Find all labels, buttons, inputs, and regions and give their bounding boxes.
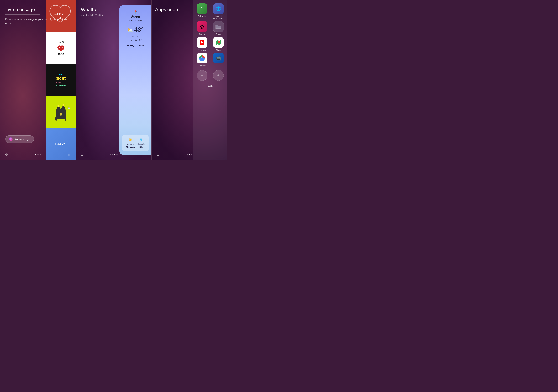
- weather-card[interactable]: 📍̸ Varna Mar 14 17:06 ⛅ 48° 48° / 37° Fe…: [119, 5, 151, 155]
- gallery-icon: ✿: [197, 21, 207, 32]
- svg-point-18: [201, 57, 203, 59]
- card5-text: BraVo!: [55, 142, 67, 146]
- weather-updated-text: Updated 3/14 11:56: [81, 14, 101, 16]
- uv-index-item: ☀️ UV index Moderate: [126, 138, 135, 149]
- weather-date: Mar 14 17:06: [129, 19, 142, 22]
- folder-icon: [213, 21, 224, 32]
- add-button-2[interactable]: +: [213, 70, 224, 81]
- dot-a-active: [189, 154, 190, 155]
- chrome-label: Chrome: [199, 65, 206, 67]
- uv-value: Moderate: [126, 146, 135, 149]
- weather-range: 48° / 37°: [131, 35, 140, 38]
- maps-label: Maps: [216, 49, 221, 51]
- app-item-duo[interactable]: 📹 Duo: [211, 53, 226, 67]
- weather-feels-like: Feels like 43°: [129, 39, 142, 41]
- message-card-2[interactable]: I am So Sorry: [46, 32, 76, 64]
- app-row-2: ✿ Gallery Folder: [195, 21, 226, 35]
- grid-icon-2[interactable]: ⊞: [144, 153, 147, 157]
- settings-icon-3[interactable]: ⚙: [157, 153, 160, 157]
- weather-condition: Partly Cloudy: [127, 44, 144, 47]
- dot-a2: [191, 154, 192, 155]
- message-card-3[interactable]: Good NIGHT Sweet &Dreams!: [46, 64, 76, 96]
- weather-title: Weather: [81, 7, 99, 12]
- svg-marker-5: [56, 105, 66, 111]
- settings-icon-2[interactable]: ⚙: [80, 153, 84, 157]
- dots-indicator-1: [35, 154, 41, 155]
- live-btn-label: Live message: [14, 138, 30, 141]
- dot-w2: [112, 154, 113, 155]
- location-off-icon: 📍̸: [134, 10, 137, 14]
- humidity-label: Humidity: [137, 143, 145, 145]
- grid-icon-1[interactable]: ⊞: [68, 153, 71, 157]
- apps-sidebar: +−×÷ Calculator 🌐 InternetSamsung N... ✿…: [193, 0, 227, 160]
- humidity-icon: 💧: [139, 138, 143, 142]
- live-message-panel: rz21es riubesc iubesc amo LOVe you I am …: [0, 0, 76, 160]
- card2-text: I am So Sorry: [57, 40, 65, 55]
- youtube-label: YouTube: [199, 49, 206, 51]
- live-message-description: Draw a new live message or pick one of y…: [5, 17, 70, 25]
- app-row-4: Chrome 📹 Duo: [195, 53, 226, 67]
- dot-w3: [116, 154, 118, 155]
- app-item-maps[interactable]: Maps: [211, 37, 226, 51]
- app-item-calculator[interactable]: +−×÷ Calculator: [195, 3, 209, 20]
- weather-extra-info: ☀️ UV index Moderate 💧 Humidity 49%: [122, 135, 149, 151]
- message-card-4[interactable]: ☕ ~: [46, 96, 76, 128]
- internet-label: InternetSamsung N...: [213, 15, 224, 20]
- app-item-youtube[interactable]: YouTube: [195, 37, 209, 51]
- humidity-item: 💧 Humidity 49%: [137, 138, 145, 149]
- app-item-chrome[interactable]: Chrome: [195, 53, 209, 67]
- uv-icon: ☀️: [128, 138, 133, 142]
- svg-point-10: [60, 113, 62, 116]
- live-btn-icon: ♡: [9, 137, 13, 141]
- chrome-icon: [197, 53, 207, 63]
- app-item-internet[interactable]: 🌐 InternetSamsung N...: [211, 3, 226, 20]
- uv-label: UV index: [127, 143, 134, 145]
- app-item-gallery[interactable]: ✿ Gallery: [195, 21, 209, 35]
- internet-icon: 🌐: [213, 3, 224, 14]
- bottom-bar-1: ⚙ ⊞: [0, 150, 76, 160]
- app-row-3: YouTube Maps: [195, 37, 226, 51]
- weather-city: Varna: [131, 15, 140, 19]
- live-message-content: Live message Draw a new live message or …: [0, 0, 76, 25]
- live-message-button[interactable]: ♡ Live message: [5, 135, 34, 143]
- calculator-icon: +−×÷: [197, 3, 207, 14]
- add-button-1[interactable]: +: [197, 70, 207, 81]
- svg-rect-9: [65, 117, 66, 121]
- bottom-bar-3: ⚙ ⊞: [152, 150, 227, 160]
- maps-icon: [213, 37, 224, 48]
- svg-point-7: [63, 104, 64, 106]
- svg-point-14: [218, 42, 219, 42]
- dot-w-active: [114, 154, 115, 155]
- bottom-bar-2: ⚙ ⊞: [76, 150, 151, 160]
- dot-2: [40, 154, 41, 155]
- add-buttons-row: + +: [195, 70, 226, 81]
- edit-button[interactable]: Edit: [195, 83, 226, 89]
- duo-icon: 📹: [213, 53, 224, 63]
- dots-indicator-3: [187, 154, 192, 155]
- svg-point-3: [62, 47, 63, 48]
- live-message-title: Live message: [5, 7, 70, 12]
- app-item-folder[interactable]: Folder: [211, 21, 226, 35]
- duo-label: Duo: [217, 65, 220, 67]
- svg-point-6: [58, 105, 59, 107]
- weather-panel: Weather › Updated 3/14 11:56 ↺ 📍̸ Varna …: [76, 0, 151, 160]
- sun-cloud-icon: ⛅: [127, 27, 133, 33]
- folder-label: Folder: [216, 33, 221, 35]
- calculator-label: Calculator: [198, 15, 206, 17]
- weather-temperature: 48°: [134, 26, 144, 33]
- grid-icon-3[interactable]: ⊞: [220, 153, 223, 157]
- weather-chevron[interactable]: ›: [100, 7, 101, 12]
- dot-active: [35, 154, 36, 155]
- app-row-1: +−×÷ Calculator 🌐 InternetSamsung N...: [195, 3, 226, 20]
- weather-temp-display: ⛅ 48°: [127, 26, 144, 33]
- youtube-icon: [197, 37, 207, 48]
- settings-icon-1[interactable]: ⚙: [5, 153, 8, 157]
- dots-indicator-2: [110, 154, 118, 155]
- humidity-value: 49%: [139, 146, 143, 149]
- apps-edge-panel: Apps edge +−×÷ Calculator 🌐 InternetSams…: [151, 0, 227, 160]
- dot-a1: [187, 154, 188, 155]
- dot-1: [37, 154, 39, 155]
- refresh-icon[interactable]: ↺: [102, 14, 104, 16]
- svg-text:~: ~: [69, 106, 70, 107]
- svg-point-2: [59, 47, 60, 48]
